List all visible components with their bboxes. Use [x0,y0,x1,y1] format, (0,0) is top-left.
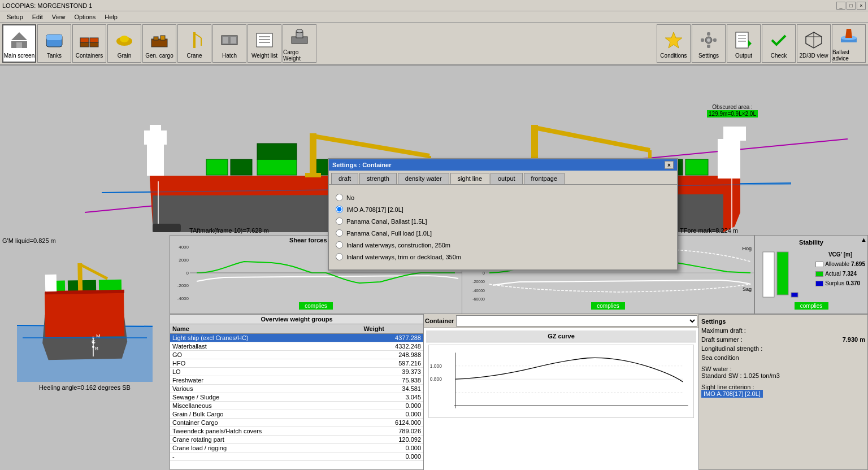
modal-tabs: draft strength density water sight line … [329,171,677,185]
radio-inland-trim[interactable] [336,253,343,260]
radio-inland-trim-label: Inland waterways, trim or deckload, 350m [346,254,461,260]
radio-panama-full-label: Panama Canal, Full load [1.0L] [346,230,432,237]
modal-tab-output[interactable]: output [491,173,523,184]
radio-option-no: No [336,192,670,203]
radio-option-inland-construction: Inland waterways, construction, 250m [336,239,670,251]
modal-tab-draft[interactable]: draft [331,173,358,184]
modal-tab-sight-line[interactable]: sight line [450,173,489,184]
radio-panama-ballast-label: Panama Canal, Ballast [1.5L] [346,218,427,225]
radio-panama-ballast[interactable] [336,217,343,225]
modal-title-bar: Settings : Container × [329,159,677,171]
radio-option-imo: IMO A.708[17] [2.0L] [336,203,670,215]
radio-inland-construction[interactable] [336,241,343,249]
modal-tab-density[interactable]: density water [398,173,449,184]
radio-no-label: No [346,194,354,201]
modal-tab-strength[interactable]: strength [359,173,397,184]
radio-inland-construction-label: Inland waterways, construction, 250m [346,242,450,249]
modal-dialog: Settings : Container × draft strength de… [328,158,678,271]
modal-overlay: Settings : Container × draft strength de… [0,0,868,470]
radio-imo[interactable] [336,206,343,213]
modal-close-button[interactable]: × [665,161,674,169]
modal-tab-frontpage[interactable]: frontpage [524,173,565,184]
radio-no[interactable] [336,194,343,201]
radio-imo-label: IMO A.708[17] [2.0L] [346,206,403,213]
modal-title: Settings : Container [332,162,392,168]
radio-option-panama-ballast: Panama Canal, Ballast [1.5L] [336,215,670,227]
radio-option-inland-trim: Inland waterways, trim or deckload, 350m [336,251,670,263]
radio-option-panama-full: Panama Canal, Full load [1.0L] [336,227,670,239]
radio-panama-full[interactable] [336,229,343,237]
modal-body: No IMO A.708[17] [2.0L] Panama Canal, Ba… [329,185,677,269]
